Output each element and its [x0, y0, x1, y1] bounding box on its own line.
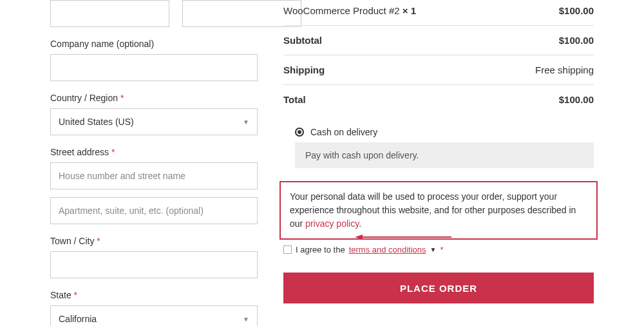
billing-form: Company name (optional) Country / Region… [0, 0, 258, 326]
subtotal-value: $100.00 [559, 35, 594, 46]
country-label: Country / Region * [50, 93, 258, 103]
privacy-policy-link[interactable]: privacy policy [305, 218, 359, 229]
caret-down-icon: ▼ [430, 246, 437, 253]
radio-selected-icon [295, 128, 304, 137]
total-label: Total [283, 94, 306, 105]
svg-marker-1 [355, 235, 363, 240]
product-quantity: × 1 [402, 5, 416, 16]
city-input[interactable] [50, 251, 258, 278]
subtotal-row: Subtotal $100.00 [283, 26, 594, 55]
place-order-button[interactable]: PLACE ORDER [283, 273, 594, 303]
street-address-input-2[interactable] [50, 197, 258, 224]
total-row: Total $100.00 [283, 85, 594, 114]
state-value: California [59, 314, 97, 324]
total-value: $100.00 [559, 94, 594, 105]
country-value: United States (US) [59, 117, 134, 127]
shipping-label: Shipping [283, 64, 325, 75]
terms-checkbox[interactable] [283, 245, 292, 254]
payment-method-cash[interactable]: Cash on delivery [295, 127, 594, 137]
shipping-value: Free shipping [535, 64, 594, 75]
payment-section: Cash on delivery Pay with cash upon deli… [295, 127, 594, 168]
state-label: State * [50, 290, 258, 300]
order-summary: WooCommerce Product #2 × 1 $100.00 Subto… [283, 5, 594, 114]
company-label: Company name (optional) [50, 39, 258, 49]
chevron-down-icon: ▼ [243, 316, 249, 323]
street-label: Street address * [50, 147, 258, 157]
terms-prefix: I agree to the [296, 245, 345, 254]
payment-method-label: Cash on delivery [310, 127, 377, 137]
chevron-down-icon: ▼ [243, 119, 249, 126]
privacy-text-after: . [359, 218, 361, 229]
country-select[interactable]: United States (US) ▼ [50, 108, 258, 135]
subtotal-label: Subtotal [283, 35, 322, 46]
shipping-row: Shipping Free shipping [283, 55, 594, 85]
payment-description: Pay with cash upon delivery. [295, 142, 594, 168]
street-address-input-1[interactable] [50, 162, 258, 189]
product-price: $100.00 [559, 5, 594, 16]
terms-required: * [440, 245, 443, 254]
arrow-annotation-icon [355, 231, 451, 232]
city-label: Town / City * [50, 236, 258, 246]
company-input[interactable] [50, 54, 258, 81]
terms-row: I agree to the terms and conditions ▼ * [283, 245, 594, 254]
state-select[interactable]: California ▼ [50, 305, 258, 326]
terms-conditions-link[interactable]: terms and conditions [349, 245, 426, 254]
product-name: WooCommerce Product #2 [283, 5, 402, 16]
first-name-input[interactable] [50, 0, 169, 27]
order-column: WooCommerce Product #2 × 1 $100.00 Subto… [283, 0, 644, 326]
order-product-row: WooCommerce Product #2 × 1 $100.00 [283, 5, 594, 26]
privacy-notice-box: Your personal data will be used to proce… [279, 181, 598, 240]
